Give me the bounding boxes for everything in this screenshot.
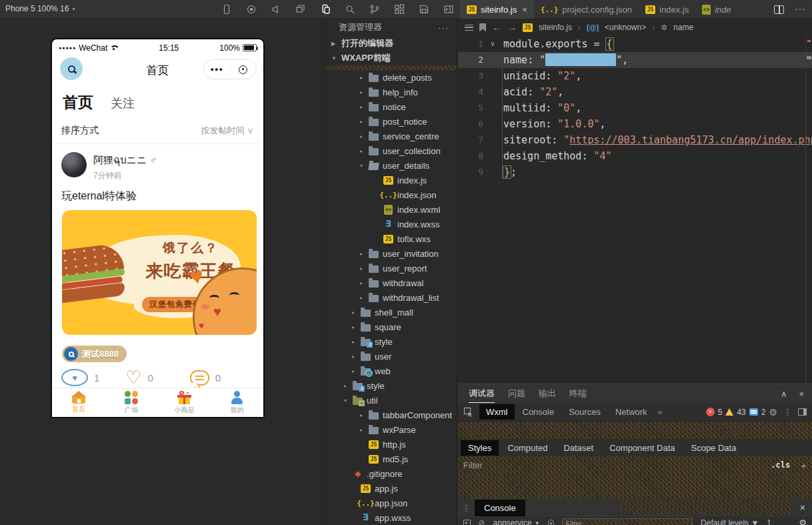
more-tabs-icon[interactable]: » — [658, 407, 663, 417]
tree-item[interactable]: <>index.wxml — [325, 202, 457, 217]
bookmark-icon[interactable] — [479, 23, 486, 32]
code-line[interactable]: 3uniacid: "2", — [458, 68, 812, 84]
tree-item[interactable]: ▸tabbarComponent — [325, 408, 457, 422]
tree-item[interactable]: {..}index.json — [325, 187, 457, 202]
windows-icon[interactable] — [295, 4, 306, 15]
like-button[interactable]: ♡ 0 — [125, 369, 189, 386]
overview-ruler[interactable] — [805, 36, 812, 384]
code-line[interactable]: 8design_method: "4" — [458, 148, 812, 164]
add-style-icon[interactable]: + — [801, 460, 807, 471]
breadcrumb-file[interactable]: siteinfo.js — [539, 23, 572, 32]
tab-computed[interactable]: Computed — [500, 440, 555, 456]
console-settings-icon[interactable]: ⚙ — [799, 518, 807, 525]
views-button[interactable]: ♥ 1 — [61, 369, 125, 386]
post-image-banner[interactable]: 饿了么？ 来吃霸王餐 汉堡包免费领 ♥ ⋯ ♥♥ — [62, 210, 257, 335]
tab-siteinfo-js[interactable]: JS siteinfo.js × — [460, 0, 534, 19]
sort-dropdown[interactable]: 按发帖时间 ∨ — [201, 125, 254, 137]
more-actions-icon[interactable]: ··· — [795, 3, 805, 15]
code-area[interactable]: 1∨module.exports = {2name: "",3uniacid: … — [458, 36, 812, 180]
tabbar-item-square[interactable]: 广场 — [105, 388, 157, 417]
code-line[interactable]: 9}; — [458, 164, 812, 180]
tab-styles[interactable]: Styles — [461, 440, 499, 456]
log-levels-dropdown[interactable]: Default levels ▼ — [701, 518, 759, 525]
section-open-editors[interactable]: ▶ 打开的编辑器 — [325, 36, 457, 51]
tree-item[interactable]: ▸notice — [325, 99, 457, 114]
code-line[interactable]: 5multiid: "0", — [458, 100, 812, 116]
tree-item[interactable]: ∃app.wxss — [325, 510, 457, 525]
tree-item[interactable]: ▸web — [325, 364, 457, 378]
breadcrumb-symbol[interactable]: name — [673, 23, 693, 32]
tree-item[interactable]: ∃index.wxss — [325, 217, 457, 231]
devtools-tab-console[interactable]: Console — [516, 404, 561, 420]
phone-icon[interactable] — [221, 4, 232, 15]
tree-item[interactable]: ▸square — [325, 320, 457, 334]
warning-count[interactable]: 43 — [737, 408, 745, 417]
console-sidebar-icon[interactable] — [463, 520, 471, 525]
explorer-more-icon[interactable]: ··· — [438, 23, 449, 33]
clear-console-icon[interactable]: ⊘ — [479, 518, 485, 525]
inspect-icon[interactable] — [463, 407, 474, 418]
drawer-menu-icon[interactable]: ⋮ — [462, 503, 471, 513]
tree-item[interactable]: ▸withdrawal_list — [325, 290, 457, 305]
code-line[interactable]: 2name: "", — [458, 52, 812, 68]
avatar[interactable] — [61, 152, 87, 177]
menu-icon[interactable] — [465, 25, 473, 31]
filter-input[interactable]: Filter — [463, 460, 483, 470]
console-filter-input[interactable]: Filter — [562, 518, 693, 525]
tab-index-wxml-preview[interactable]: <> inde — [695, 0, 738, 19]
device-selector[interactable]: Phone 5 100% 16 ▾ — [5, 4, 75, 13]
tab-home[interactable]: 首页 — [63, 92, 93, 113]
split-editor-icon[interactable] — [774, 5, 784, 14]
message-count[interactable]: 2 — [761, 408, 766, 417]
cls-toggle[interactable]: .cls — [771, 460, 790, 470]
search-icon[interactable] — [345, 4, 355, 15]
tree-item[interactable]: JStofix.wxs — [325, 231, 457, 246]
code-line[interactable]: 6version: "1.0.0", — [458, 116, 812, 132]
back-arrow-icon[interactable]: ← — [492, 22, 501, 33]
tabbar-item-home[interactable]: 首页 — [52, 388, 105, 417]
collapse-icon[interactable]: ∧ — [781, 389, 787, 399]
username[interactable]: 阿狸ฉุบニニ♂ — [93, 152, 157, 168]
comment-button[interactable]: 0 — [190, 370, 254, 386]
close-icon[interactable]: × — [800, 502, 805, 513]
tree-item[interactable]: JSapp.js — [325, 481, 457, 496]
code-line[interactable]: 1∨module.exports = { — [458, 36, 812, 52]
console-drawer-tab[interactable]: Console — [475, 500, 525, 516]
tree-item[interactable]: ▸user_invitation — [325, 246, 457, 261]
tab-component-data[interactable]: Component Data — [602, 440, 682, 456]
tabbar-item-me[interactable]: 我的 — [211, 388, 263, 417]
tree-item[interactable]: ▾util — [325, 393, 457, 408]
tree-item[interactable]: ▸user_collection — [325, 143, 457, 158]
tab-terminal[interactable]: 终端 — [569, 384, 587, 403]
git-branch-icon[interactable] — [369, 4, 380, 15]
tab-project-config-json[interactable]: {..} project.config.json — [534, 0, 639, 19]
tree-item[interactable]: JSindex.js — [325, 173, 457, 187]
tree-item[interactable]: JSmd5.js — [325, 452, 457, 466]
close-icon[interactable]: × — [522, 5, 527, 15]
post-tag[interactable]: 测试8888 — [62, 346, 127, 362]
save-icon[interactable] — [419, 4, 429, 15]
kebab-menu-icon[interactable]: ⋮ — [783, 407, 792, 417]
tree-item[interactable]: ▸post_notice — [325, 114, 457, 129]
mute-icon[interactable] — [271, 4, 281, 15]
separate-window-icon[interactable] — [320, 4, 331, 15]
tab-problems[interactable]: 问题 — [508, 384, 525, 403]
context-selector[interactable]: appservice▼ — [493, 518, 540, 525]
tab-dataset[interactable]: Dataset — [556, 440, 601, 456]
tree-item[interactable]: ▸user_report — [325, 261, 457, 276]
section-project-root[interactable]: ▼ WXAPP前端 — [325, 51, 457, 65]
collapse-panel-icon[interactable] — [443, 4, 454, 15]
more-menu-button[interactable]: ●●● — [204, 66, 230, 73]
exit-button[interactable] — [231, 65, 257, 74]
breadcrumb-node[interactable]: <unknown> — [605, 23, 646, 32]
close-icon[interactable]: × — [799, 389, 804, 399]
tree-item[interactable]: ▸withdrawal — [325, 276, 457, 290]
devtools-tab-network[interactable]: Network — [609, 404, 654, 420]
tab-output[interactable]: 输出 — [539, 384, 556, 403]
record-icon[interactable] — [246, 4, 257, 15]
post-content[interactable]: 玩eternal特体验 — [52, 181, 263, 209]
eye-icon[interactable] — [548, 520, 554, 525]
tree-item[interactable]: ◆.gitignore — [325, 466, 457, 481]
code-line[interactable]: 7siteroot: "https://003.tianbang5173.cn/… — [458, 132, 812, 148]
forward-arrow-icon[interactable]: → — [507, 22, 517, 33]
